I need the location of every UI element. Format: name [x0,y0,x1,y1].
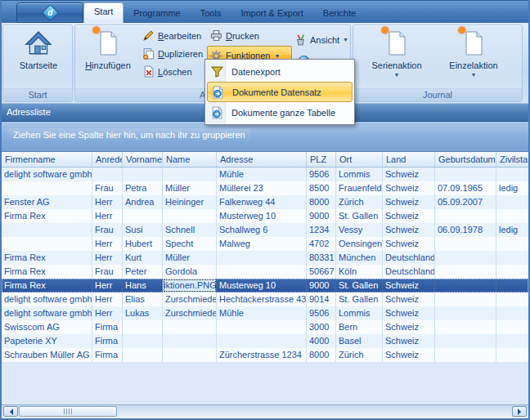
cell: 9000 [307,209,336,223]
table-row[interactable]: Fenster AGHerrAndreaHeiningerFalkenweg 4… [2,195,528,209]
tab-bar: d StartProgrammeToolsImport & ExportBeri… [2,0,528,23]
cell: Zürich [336,348,383,362]
cell: Köln [336,265,383,279]
cell [163,168,217,181]
cell [435,306,496,320]
table-row[interactable]: Firma RexHerrKurtMüller80331MünchenDeuts… [2,251,528,265]
table-row[interactable]: Papeterie XYFirma4000BaselSchweiz [2,334,528,348]
table-row[interactable]: Schrauben Müller AGFirmaZürcherstrasse 1… [2,348,528,362]
column-header-ort[interactable]: Ort [336,152,383,168]
column-header-zivilstand[interactable]: Zivilstand [496,152,528,168]
menu-item-dokumente-ganze-tabelle[interactable]: Dokumente ganze Tabelle [207,102,353,123]
cell: 9506 [307,306,336,320]
cell [435,251,496,265]
duplizieren-label: Duplizieren [158,49,203,59]
cell: delight software gmbh [2,306,92,320]
hinzufuegen-button[interactable]: ✹ Hinzufügen [78,27,138,89]
tab-berichte[interactable]: Berichte [313,4,366,23]
tab-tools[interactable]: Tools [191,4,231,23]
cell: Heininger [163,195,217,209]
scrollbar-thumb[interactable] [19,406,117,417]
cell: Vessy [336,223,383,237]
table-row[interactable]: Swisscom AGFirma3000BernSchweiz [2,320,528,334]
scroll-left-button[interactable] [3,406,18,417]
pencil-icon [142,29,155,42]
column-header-name[interactable]: Name [163,152,217,168]
table-row[interactable]: Firma RexHerrHansiktionen.PNGMusterweg 1… [2,279,528,293]
column-header-plz[interactable]: PLZ [307,152,336,168]
cell: Schweiz [383,181,435,195]
cell: Papeterie XY [2,334,92,348]
cell [435,293,496,306]
cell: 07.09.1965 [435,181,496,195]
ansicht-button[interactable]: Ansicht ▼ [293,32,362,47]
einzelaktion-button[interactable]: ✹ Einzelaktion ▼ [437,27,510,89]
cell: Firma [92,348,123,362]
table-row[interactable]: delight software gmbhHerrEliasZurschmied… [2,293,528,306]
cell: Schweiz [383,195,435,209]
cell: Swisscom AG [2,320,92,334]
table-row[interactable]: HerrHubertSpechtMalweg4702OensingenSchwe… [2,237,528,251]
tab-start[interactable]: Start [83,2,124,23]
menu-item-datenexport[interactable]: Datenexport [207,61,353,82]
group-by-bar[interactable]: Ziehen Sie eine Spalte hier hin, um nach… [2,122,528,152]
burst-icon: ✹ [380,25,390,36]
table-row[interactable]: FrauPetraMüllerMüllerei 238500Frauenfeld… [2,181,528,195]
cell [2,237,92,251]
cell: 80331 [307,251,336,265]
table-row[interactable]: delight software gmbhHerrLukasZurschmied… [2,306,528,320]
column-header-adresse[interactable]: Adresse [217,152,307,168]
column-header-vorname[interactable]: Vorname [123,152,163,168]
drucken-button[interactable]: Drucken [209,28,287,43]
chevron-down-icon: ▼ [274,53,280,59]
cell: Firma Rex [2,279,92,293]
column-header-firmenname[interactable]: Firmenname [2,152,92,168]
document-arrow-icon [208,86,227,99]
cell [123,320,163,334]
cell: Herr [92,251,123,265]
cell [123,334,163,348]
group-caption-journal: Journal [353,88,522,101]
table-row[interactable]: Firma RexHerrMusterweg 109000St. GallenS… [2,209,528,223]
cell [163,209,217,223]
cell: Frau [92,265,123,279]
bearbeiten-button[interactable]: Bearbeiten [141,28,206,43]
serienaktion-button[interactable]: ✹ Serienaktion ▼ [360,27,433,89]
column-header-anrede[interactable]: Anrede [92,152,123,168]
cell: Schweiz [383,237,435,251]
startseite-button[interactable]: Startseite [7,27,70,89]
table-row[interactable]: delight software gmbhMühle9506LommisSchw… [2,168,528,181]
tab-programme[interactable]: Programme [124,4,190,23]
cell: Schweiz [383,279,435,293]
cell: 9000 [307,279,336,293]
cell: Schweiz [383,320,435,334]
cell: Musterweg 10 [217,279,307,293]
cell: Mühle [217,306,307,320]
app-menu-button[interactable]: d [16,2,83,23]
ribbon-group-start: Startseite Start [2,25,73,102]
arrow-right-icon [518,409,524,415]
cell-editor[interactable]: iktionen.PNG [163,279,217,293]
cell [496,348,528,362]
table-row[interactable]: FrauSusiSchnellSchallweg 61234VessySchwe… [2,223,528,237]
cell: Elias [123,293,163,306]
duplizieren-button[interactable]: Duplizieren [141,46,209,61]
column-header-geburtsdatum[interactable]: Geburtsdatum [435,152,496,168]
tab-import-export[interactable]: Import & Export [231,4,312,23]
cell: Schweiz [383,348,435,362]
grid-body: delight software gmbhMühle9506LommisSchw… [2,168,528,362]
cell: Frauenfeld [336,181,383,195]
loeschen-button[interactable]: Löschen [141,64,203,79]
horizontal-scrollbar[interactable] [2,404,528,417]
cell: 9014 [307,293,336,306]
column-header-land[interactable]: Land [383,152,435,168]
cell: Firma Rex [2,209,92,223]
cell: delight software gmbh [2,293,92,306]
cell [217,334,307,348]
cell: Zürich [336,195,383,209]
menu-item-dokumente-datensatz[interactable]: Dokumente Datensatz [207,82,353,102]
cell [217,265,307,279]
cell: Schweiz [383,306,435,320]
scroll-right-button[interactable] [512,406,527,417]
table-row[interactable]: Firma RexFrauPeterGordola50667KölnDeutsc… [2,265,528,279]
